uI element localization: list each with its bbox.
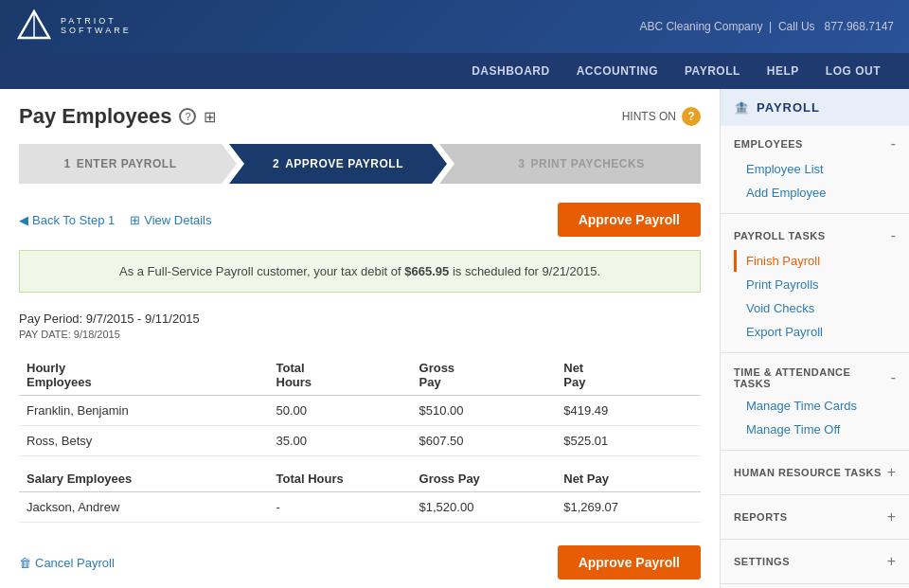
logo-icon [15,8,53,45]
gross-pay: $1,520.00 [412,492,557,523]
view-label: View Details [144,213,211,227]
sidebar-toggle-reports[interactable]: + [887,508,896,526]
logo-text: PATRIOT SOFTWARE [61,17,132,36]
sidebar-divider [721,583,909,584]
pay-date: PAY DATE: 9/18/2015 [19,329,701,340]
page-header: Pay Employees ? ⊞ HINTS ON ? [19,104,701,129]
sidebar-section-title-settings: SETTINGS [734,556,790,567]
employee-name: Jackson, Andrew [19,492,269,523]
pay-period-info: Pay Period: 9/7/2015 - 9/11/2015 PAY DAT… [19,312,701,340]
sidebar-header-title: PAYROLL [757,100,820,115]
sidebar-divider [721,213,909,214]
salary-section-header: Salary Employees Total Hours Gross Pay N… [19,456,701,492]
sidebar-section-header-reports[interactable]: REPORTS + [734,508,896,526]
sidebar-item-add-employee[interactable]: Add Employee [734,182,896,204]
payroll-table: HourlyEmployees TotalHours GrossPay NetP… [19,355,701,523]
banner-text-before: As a Full-Service Payroll customer, your… [119,264,404,278]
employee-name: Ross, Betsy [19,426,269,456]
sidebar-payroll-icon: 🏦 [734,100,749,115]
sidebar-section-time-attendance: TIME & ATTENDANCE TASKS - Manage Time Ca… [721,357,909,446]
table-row: Franklin, Benjamin 50.00 $510.00 $419.49 [19,396,701,426]
gross-pay: $607.50 [412,426,557,456]
sidebar-divider [721,352,909,353]
hints-badge[interactable]: ? [682,107,701,126]
sidebar-item-export-payroll[interactable]: Export Payroll [734,321,896,343]
action-row-top: ◀ Back To Step 1 ⊞ View Details Approve … [19,203,701,237]
nav-accounting[interactable]: ACCOUNTING [563,53,671,89]
nav-help[interactable]: HELP [754,53,812,89]
back-label: Back To Step 1 [32,213,115,227]
pay-period-value: 9/7/2015 - 9/11/2015 [86,312,200,326]
arrow-left-icon: ◀ [19,213,28,227]
pay-period-label: Pay Period: [19,312,82,326]
sidebar-section-hr-tasks: HUMAN RESOURCE TASKS + [721,454,909,490]
net-pay: $1,269.07 [556,492,701,523]
total-hours: - [269,492,412,523]
grid-small-icon: ⊞ [130,213,140,227]
sidebar-section-header-hr-tasks[interactable]: HUMAN RESOURCE TASKS + [734,464,896,481]
cancel-row: 🗑 Cancel Payroll Approve Payroll [19,545,701,579]
table-row: Jackson, Andrew - $1,520.00 $1,269.07 [19,492,701,523]
step-2[interactable]: 2 APPROVE PAYROLL [229,144,447,184]
step-3-num: 3 [518,157,525,170]
sidebar-section-title-payroll-tasks: PAYROLL TASKS [734,230,826,241]
pay-period-dates: Pay Period: 9/7/2015 - 9/11/2015 [19,312,701,326]
approve-payroll-button-top[interactable]: Approve Payroll [558,203,701,237]
cancel-payroll-link[interactable]: 🗑 Cancel Payroll [19,556,115,570]
step-2-num: 2 [273,157,279,170]
sidebar-divider [721,450,909,451]
sidebar: 🏦 PAYROLL EMPLOYEES - Employee List Add … [720,89,909,588]
page-title: Pay Employees [19,104,171,129]
sidebar-toggle-employees[interactable]: - [891,135,896,152]
sidebar-item-print-payrolls[interactable]: Print Payrolls [734,274,896,295]
sidebar-toggle-hr-tasks[interactable]: + [887,464,896,481]
top-bar: PATRIOT SOFTWARE ABC Cleaning Company | … [0,0,909,53]
col-header-employees: HourlyEmployees [19,355,269,396]
salary-header-name: Salary Employees [19,456,269,492]
nav-bar: DASHBOARD ACCOUNTING PAYROLL HELP LOG OU… [0,53,909,89]
cancel-label: Cancel Payroll [35,556,115,570]
gross-pay: $510.00 [412,396,557,426]
step-1-label: ENTER PAYROLL [77,157,177,170]
sidebar-toggle-time-attendance[interactable]: - [891,369,896,386]
sidebar-toggle-settings[interactable]: + [887,553,896,570]
step-3[interactable]: 3 PRINT PAYCHECKS [439,144,701,184]
sidebar-item-employee-list[interactable]: Employee List [734,158,896,180]
sidebar-section-header-employees: EMPLOYEES - [734,135,896,152]
nav-logout[interactable]: LOG OUT [812,53,894,89]
sidebar-section-payroll-tasks: PAYROLL TASKS - Finish Payroll Print Pay… [721,218,909,348]
salary-header-net: Net Pay [556,456,701,492]
sidebar-divider [721,539,909,540]
approve-payroll-button-bottom[interactable]: Approve Payroll [558,545,701,579]
nav-payroll[interactable]: PAYROLL [671,53,754,89]
net-pay: $525.01 [556,426,701,456]
content-area: Pay Employees ? ⊞ HINTS ON ? 1 ENTER PAY… [0,89,720,588]
sidebar-item-manage-time-off[interactable]: Manage Time Off [734,419,896,440]
net-pay: $419.49 [556,396,701,426]
sidebar-section-header-payroll-tasks: PAYROLL TASKS - [734,227,896,244]
sidebar-item-finish-payroll[interactable]: Finish Payroll [734,250,896,272]
sidebar-toggle-payroll-tasks[interactable]: - [891,227,896,244]
step-1[interactable]: 1 ENTER PAYROLL [19,144,237,184]
sidebar-section-header-settings[interactable]: SETTINGS + [734,553,896,570]
sidebar-item-manage-time-cards[interactable]: Manage Time Cards [734,395,896,417]
col-header-hours: TotalHours [269,355,412,396]
hints-area: HINTS ON ? [622,107,701,126]
nav-dashboard[interactable]: DASHBOARD [458,53,563,89]
grid-icon[interactable]: ⊞ [204,108,216,126]
col-header-net: NetPay [556,355,701,396]
col-header-gross: GrossPay [412,355,557,396]
sidebar-section-reports: REPORTS + [721,499,909,535]
view-details-link[interactable]: ⊞ View Details [130,213,211,227]
help-icon[interactable]: ? [179,108,196,125]
back-links: ◀ Back To Step 1 ⊞ View Details [19,213,212,227]
salary-header-gross: Gross Pay [412,456,557,492]
table-row: Ross, Betsy 35.00 $607.50 $525.01 [19,426,701,456]
steps-bar: 1 ENTER PAYROLL 2 APPROVE PAYROLL 3 PRIN… [19,144,701,184]
back-to-step1-link[interactable]: ◀ Back To Step 1 [19,213,115,227]
sidebar-header: 🏦 PAYROLL [721,89,909,126]
company-info: ABC Cleaning Company | Call Us 877.968.7… [639,20,894,33]
sidebar-section-title-hr-tasks: HUMAN RESOURCE TASKS [734,467,882,478]
sidebar-item-void-checks[interactable]: Void Checks [734,297,896,319]
step-2-label: APPROVE PAYROLL [285,157,403,170]
